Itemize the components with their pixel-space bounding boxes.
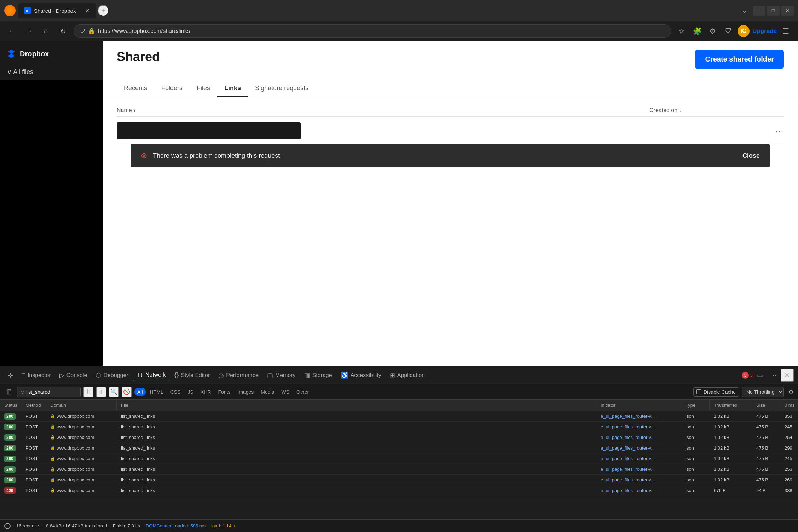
network-row[interactable]: 200 POST 🔒 www.dropbox.com list_shared_l…	[0, 432, 798, 443]
tab-accessibility[interactable]: ♿ Accessibility	[337, 369, 385, 381]
filter-type-all[interactable]: All	[134, 388, 146, 396]
initiator-link[interactable]: e_ui_page_files_router-v...	[601, 456, 655, 461]
cell-time: 254	[780, 433, 798, 441]
initiator-link[interactable]: e_ui_page_files_router-v...	[601, 424, 655, 429]
dropbox-logo[interactable]: Dropbox	[6, 48, 49, 59]
refresh-button[interactable]: ↻	[57, 25, 69, 37]
column-name[interactable]: Name ▾	[117, 107, 649, 114]
filter-plus-button[interactable]: +	[96, 387, 106, 397]
row-more-button[interactable]: ···	[775, 126, 784, 135]
devtools-select-element-button[interactable]: ⊹	[4, 369, 17, 381]
col-header-status[interactable]: Status	[0, 400, 21, 411]
col-header-file[interactable]: File	[117, 400, 596, 411]
filter-type-xhr[interactable]: XHR	[198, 388, 214, 396]
filter-input[interactable]	[26, 389, 69, 395]
network-row[interactable]: 200 POST 🔒 www.dropbox.com list_shared_l…	[0, 453, 798, 464]
tab-storage[interactable]: ▥ Storage	[301, 369, 336, 381]
create-shared-folder-button[interactable]: Create shared folder	[695, 50, 784, 69]
column-created[interactable]: Created on ↓	[649, 107, 756, 114]
tab-files[interactable]: Files	[190, 80, 217, 97]
bookmark-button[interactable]: ☆	[675, 25, 688, 37]
storage-icon: ▥	[304, 371, 310, 379]
minimize-button[interactable]: ─	[753, 6, 765, 16]
filter-pause-button[interactable]: ⏸	[83, 387, 93, 397]
network-row[interactable]: 200 POST 🔒 www.dropbox.com list_shared_l…	[0, 422, 798, 432]
filter-type-other[interactable]: Other	[294, 388, 312, 396]
filter-type-fonts[interactable]: Fonts	[215, 388, 233, 396]
more-tools-button[interactable]: ⋯	[767, 370, 779, 381]
home-button[interactable]: ⌂	[40, 25, 52, 37]
redacted-name	[117, 122, 301, 139]
security-icon: 🛡	[80, 28, 85, 34]
tab-links[interactable]: Links	[217, 80, 248, 97]
url-text[interactable]: https://www.dropbox.com/share/links	[98, 28, 665, 34]
tab-signature-requests[interactable]: Signature requests	[248, 80, 316, 97]
filter-type-images[interactable]: Images	[235, 388, 256, 396]
initiator-link[interactable]: e_ui_page_files_router-v...	[601, 477, 655, 482]
sidebar-all-files[interactable]: ∨ All files	[0, 64, 103, 80]
throttle-gear-icon[interactable]: ⚙	[788, 388, 794, 396]
tab-close-btn[interactable]: ✕	[83, 7, 91, 14]
network-row[interactable]: 429 POST 🔒 www.dropbox.com list_shared_l…	[0, 485, 798, 496]
col-header-initiator[interactable]: Initiator	[596, 400, 681, 411]
active-tab[interactable]: D Shared - Dropbox ✕	[18, 3, 96, 18]
initiator-link[interactable]: e_ui_page_files_router-v...	[601, 445, 655, 451]
col-header-transferred[interactable]: Transferred	[710, 400, 752, 411]
forward-button[interactable]: →	[23, 25, 35, 37]
network-row[interactable]: 200 POST 🔒 www.dropbox.com list_shared_l…	[0, 464, 798, 475]
initiator-link[interactable]: e_ui_page_files_router-v...	[601, 467, 655, 472]
network-row[interactable]: 200 POST 🔒 www.dropbox.com list_shared_l…	[0, 475, 798, 485]
col-header-domain[interactable]: Domain	[46, 400, 117, 411]
menu-button[interactable]: ☰	[780, 25, 792, 37]
filter-search-button[interactable]: 🔍	[109, 387, 119, 397]
disable-cache-toggle[interactable]: Disable Cache	[693, 387, 739, 397]
extensions-button[interactable]: 🧩	[691, 25, 704, 37]
maximize-button[interactable]: □	[767, 6, 780, 16]
tab-debugger[interactable]: ⬡ Debugger	[92, 369, 132, 381]
col-header-size[interactable]: Size	[752, 400, 780, 411]
filter-type-css[interactable]: CSS	[168, 388, 184, 396]
new-tab-button[interactable]: +	[98, 5, 109, 16]
disable-cache-checkbox[interactable]	[696, 389, 701, 394]
addon-button[interactable]: 🛡	[722, 25, 735, 37]
cell-size: 475 B	[752, 444, 780, 452]
network-row[interactable]: 200 POST 🔒 www.dropbox.com list_shared_l…	[0, 411, 798, 422]
responsive-design-button[interactable]: ▭	[754, 370, 766, 381]
tabs-row: Recents Folders Files Links Signature re…	[103, 73, 798, 97]
filter-input-wrap[interactable]: ▽	[17, 387, 81, 397]
back-button[interactable]: ←	[6, 25, 18, 37]
tab-application[interactable]: ⊞ Application	[386, 369, 428, 381]
tab-inspector[interactable]: □ Inspector	[18, 369, 54, 381]
upgrade-button[interactable]: Upgrade	[752, 28, 777, 35]
devtools-close-button[interactable]: ✕	[781, 369, 794, 382]
settings-button[interactable]: ⚙	[706, 25, 719, 37]
tab-folders[interactable]: Folders	[154, 80, 190, 97]
col-header-type[interactable]: Type	[681, 400, 710, 411]
initiator-link[interactable]: e_ui_page_files_router-v...	[601, 488, 655, 493]
tab-style-editor[interactable]: {} Style Editor	[171, 369, 213, 381]
svg-text:D: D	[26, 9, 28, 13]
filter-no-throttle-button[interactable]: 🚫	[122, 387, 132, 397]
tab-console[interactable]: ▷ Console	[56, 369, 91, 381]
tab-list-button[interactable]: ⌄	[742, 7, 747, 15]
col-header-method[interactable]: Method	[21, 400, 46, 411]
initiator-link[interactable]: e_ui_page_files_router-v...	[601, 435, 655, 440]
url-bar[interactable]: 🛡 🔒 https://www.dropbox.com/share/links	[74, 24, 671, 38]
tab-memory[interactable]: ▢ Memory	[264, 369, 299, 381]
tab-performance[interactable]: ◷ Performance	[215, 369, 262, 381]
filter-trash-button[interactable]: 🗑	[4, 387, 14, 397]
toast-close-button[interactable]: Close	[742, 152, 760, 160]
initiator-link[interactable]: e_ui_page_files_router-v...	[601, 414, 655, 419]
network-row[interactable]: 200 POST 🔒 www.dropbox.com list_shared_l…	[0, 443, 798, 453]
filter-type-ws[interactable]: WS	[278, 388, 292, 396]
throttle-select[interactable]: No Throttling	[742, 387, 784, 397]
network-table-header: Status Method Domain File Initiator Type…	[0, 400, 798, 411]
tab-recents[interactable]: Recents	[117, 80, 154, 97]
close-button[interactable]: ✕	[781, 6, 794, 16]
tab-network[interactable]: ↑↓ Network	[133, 369, 170, 381]
profile-button[interactable]: IG	[738, 25, 750, 37]
filter-type-media[interactable]: Media	[258, 388, 277, 396]
filter-type-js[interactable]: JS	[185, 388, 196, 396]
filter-type-html[interactable]: HTML	[147, 388, 166, 396]
col-header-time[interactable]: 0 ms	[780, 400, 798, 411]
